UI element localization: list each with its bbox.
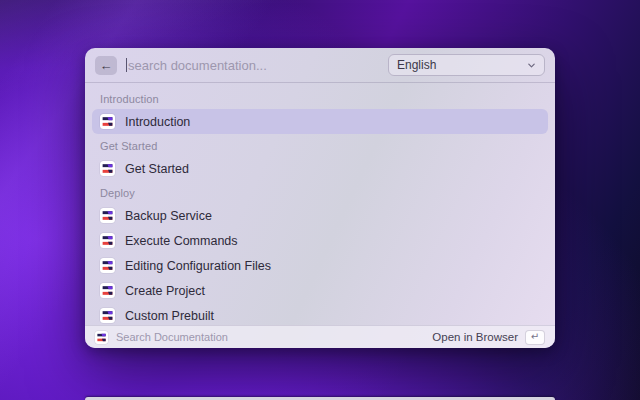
section-label: Introduction <box>92 87 548 109</box>
result-item[interactable]: Editing Configuration Files <box>92 253 548 278</box>
result-item[interactable]: Introduction <box>92 109 548 134</box>
zeabur-logo-icon <box>100 233 115 248</box>
zeabur-logo-icon <box>100 308 115 323</box>
return-key-badge: ↵ <box>525 330 545 345</box>
zeabur-logo-icon <box>100 283 115 298</box>
result-item-label: Introduction <box>125 115 190 129</box>
return-key-icon: ↵ <box>531 332 539 342</box>
zeabur-logo-icon <box>100 208 115 223</box>
result-item-label: Editing Configuration Files <box>125 259 271 273</box>
result-item[interactable]: Custom Prebuilt <box>92 303 548 325</box>
section-label: Deploy <box>92 181 548 203</box>
zeabur-logo-icon <box>95 331 108 344</box>
footer-search-label: Search Documentation <box>116 331 424 343</box>
open-in-browser-action[interactable]: Open in Browser ↵ <box>432 330 545 345</box>
result-item[interactable]: Create Project <box>92 278 548 303</box>
search-topbar: ← English <box>85 48 555 83</box>
chevron-down-icon <box>527 61 536 70</box>
language-dropdown-value: English <box>397 58 436 72</box>
result-item-label: Custom Prebuilt <box>125 309 214 323</box>
result-item-label: Get Started <box>125 162 189 176</box>
text-caret <box>126 58 127 72</box>
zeabur-logo-icon <box>100 114 115 129</box>
open-in-browser-label: Open in Browser <box>432 331 518 343</box>
search-input[interactable] <box>128 58 379 73</box>
search-documentation-modal: ← English Introduction Introd <box>85 48 555 348</box>
result-item-label: Create Project <box>125 284 205 298</box>
back-arrow-icon: ← <box>100 59 113 72</box>
language-dropdown[interactable]: English <box>388 54 545 76</box>
modal-footer: Search Documentation Open in Browser ↵ <box>85 325 555 348</box>
result-item[interactable]: Execute Commands <box>92 228 548 253</box>
desktop-wallpaper: ← English Introduction Introd <box>0 0 640 400</box>
results-list: Introduction Introduction Get Started Ge… <box>85 83 555 325</box>
result-item-label: Backup Service <box>125 209 212 223</box>
search-field-wrap <box>126 58 379 73</box>
result-item-label: Execute Commands <box>125 234 238 248</box>
zeabur-logo-icon <box>100 258 115 273</box>
zeabur-logo-icon <box>100 161 115 176</box>
back-button[interactable]: ← <box>95 56 117 75</box>
section-label: Get Started <box>92 134 548 156</box>
result-item[interactable]: Backup Service <box>92 203 548 228</box>
result-item[interactable]: Get Started <box>92 156 548 181</box>
